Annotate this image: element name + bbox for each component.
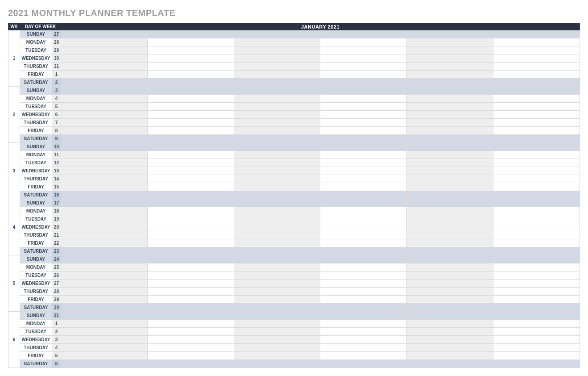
event-cell[interactable] <box>407 336 493 344</box>
event-cell[interactable] <box>320 223 407 231</box>
event-cell[interactable] <box>147 223 234 231</box>
event-cell[interactable] <box>407 71 493 79</box>
event-cell[interactable] <box>493 79 580 87</box>
event-cell[interactable] <box>407 344 493 352</box>
event-cell[interactable] <box>234 38 320 46</box>
event-cell[interactable] <box>493 239 580 247</box>
event-cell[interactable] <box>234 360 320 368</box>
event-cell[interactable] <box>320 103 407 111</box>
event-cell[interactable] <box>407 87 493 95</box>
event-cell[interactable] <box>61 215 148 223</box>
event-cell[interactable] <box>234 223 320 231</box>
event-cell[interactable] <box>493 151 580 159</box>
event-cell[interactable] <box>147 336 234 344</box>
event-cell[interactable] <box>407 296 493 304</box>
event-cell[interactable] <box>147 79 234 87</box>
event-cell[interactable] <box>407 119 493 127</box>
event-cell[interactable] <box>320 167 407 175</box>
event-cell[interactable] <box>61 143 148 151</box>
event-cell[interactable] <box>147 54 234 63</box>
event-cell[interactable] <box>320 119 407 127</box>
event-cell[interactable] <box>234 159 320 167</box>
event-cell[interactable] <box>147 191 234 199</box>
event-cell[interactable] <box>320 352 407 360</box>
event-cell[interactable] <box>61 191 148 199</box>
event-cell[interactable] <box>61 38 148 46</box>
event-cell[interactable] <box>61 30 148 38</box>
event-cell[interactable] <box>147 328 234 336</box>
event-cell[interactable] <box>493 199 580 207</box>
event-cell[interactable] <box>234 263 320 272</box>
event-cell[interactable] <box>147 111 234 119</box>
event-cell[interactable] <box>61 352 148 360</box>
event-cell[interactable] <box>407 143 493 151</box>
event-cell[interactable] <box>234 320 320 328</box>
event-cell[interactable] <box>234 183 320 191</box>
event-cell[interactable] <box>234 143 320 151</box>
event-cell[interactable] <box>320 30 407 38</box>
event-cell[interactable] <box>234 199 320 207</box>
event-cell[interactable] <box>234 151 320 159</box>
event-cell[interactable] <box>493 38 580 46</box>
event-cell[interactable] <box>234 247 320 255</box>
event-cell[interactable] <box>320 175 407 183</box>
event-cell[interactable] <box>320 288 407 296</box>
event-cell[interactable] <box>407 135 493 143</box>
event-cell[interactable] <box>147 263 234 272</box>
event-cell[interactable] <box>234 272 320 280</box>
event-cell[interactable] <box>493 183 580 191</box>
event-cell[interactable] <box>493 63 580 71</box>
event-cell[interactable] <box>493 247 580 255</box>
event-cell[interactable] <box>320 63 407 71</box>
event-cell[interactable] <box>61 71 148 79</box>
event-cell[interactable] <box>320 344 407 352</box>
event-cell[interactable] <box>493 352 580 360</box>
event-cell[interactable] <box>493 255 580 263</box>
event-cell[interactable] <box>61 79 148 87</box>
event-cell[interactable] <box>234 175 320 183</box>
event-cell[interactable] <box>320 111 407 119</box>
event-cell[interactable] <box>320 79 407 87</box>
event-cell[interactable] <box>61 95 148 103</box>
event-cell[interactable] <box>234 304 320 312</box>
event-cell[interactable] <box>147 151 234 159</box>
event-cell[interactable] <box>147 143 234 151</box>
event-cell[interactable] <box>147 296 234 304</box>
event-cell[interactable] <box>147 312 234 320</box>
event-cell[interactable] <box>234 239 320 247</box>
event-cell[interactable] <box>147 288 234 296</box>
event-cell[interactable] <box>493 215 580 223</box>
event-cell[interactable] <box>320 296 407 304</box>
event-cell[interactable] <box>61 199 148 207</box>
event-cell[interactable] <box>320 304 407 312</box>
event-cell[interactable] <box>320 143 407 151</box>
event-cell[interactable] <box>147 38 234 46</box>
event-cell[interactable] <box>493 159 580 167</box>
event-cell[interactable] <box>61 111 148 119</box>
event-cell[interactable] <box>407 199 493 207</box>
event-cell[interactable] <box>493 231 580 239</box>
event-cell[interactable] <box>493 223 580 231</box>
event-cell[interactable] <box>234 296 320 304</box>
event-cell[interactable] <box>61 135 148 143</box>
event-cell[interactable] <box>234 111 320 119</box>
event-cell[interactable] <box>61 263 148 272</box>
event-cell[interactable] <box>147 159 234 167</box>
event-cell[interactable] <box>61 312 148 320</box>
event-cell[interactable] <box>320 183 407 191</box>
event-cell[interactable] <box>61 103 148 111</box>
event-cell[interactable] <box>493 280 580 288</box>
event-cell[interactable] <box>147 272 234 280</box>
event-cell[interactable] <box>234 63 320 71</box>
event-cell[interactable] <box>320 312 407 320</box>
event-cell[interactable] <box>320 255 407 263</box>
event-cell[interactable] <box>147 135 234 143</box>
event-cell[interactable] <box>493 207 580 215</box>
event-cell[interactable] <box>493 272 580 280</box>
event-cell[interactable] <box>147 183 234 191</box>
event-cell[interactable] <box>320 38 407 46</box>
event-cell[interactable] <box>320 280 407 288</box>
event-cell[interactable] <box>407 272 493 280</box>
event-cell[interactable] <box>147 175 234 183</box>
event-cell[interactable] <box>61 296 148 304</box>
